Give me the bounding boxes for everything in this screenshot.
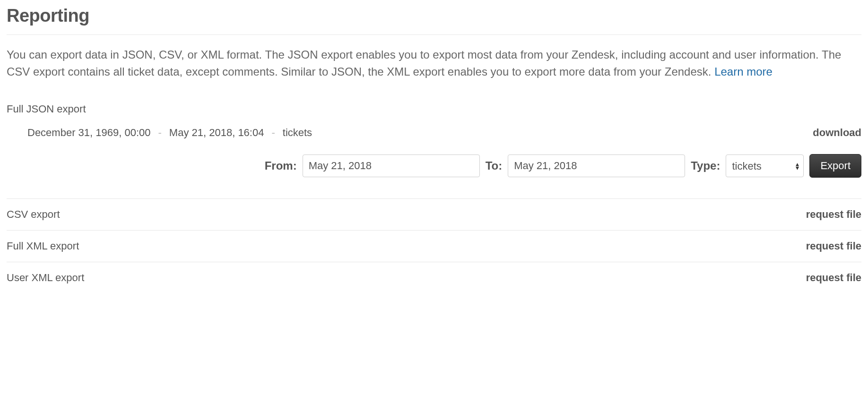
from-label: From: <box>265 159 297 172</box>
user-xml-export-label: User XML export <box>7 272 84 284</box>
full-xml-request-file-link[interactable]: request file <box>806 240 861 252</box>
csv-export-label: CSV export <box>7 208 60 221</box>
range-separator-icon: - <box>271 127 275 139</box>
csv-request-file-link[interactable]: request file <box>806 208 861 221</box>
export-button[interactable]: Export <box>809 154 861 178</box>
download-link[interactable]: download <box>813 127 861 139</box>
csv-export-row: CSV export request file <box>7 199 861 230</box>
learn-more-link[interactable]: Learn more <box>714 65 773 78</box>
range-separator-icon: - <box>158 127 162 139</box>
range-type: tickets <box>283 127 312 139</box>
type-label: Type: <box>691 159 720 172</box>
to-date-input[interactable] <box>508 155 685 177</box>
intro-paragraph: You can export data in JSON, CSV, or XML… <box>7 46 861 80</box>
full-json-export-label: Full JSON export <box>7 103 861 115</box>
to-label: To: <box>486 159 503 172</box>
json-export-range-row: December 31, 1969, 00:00 - May 21, 2018,… <box>7 127 861 154</box>
user-xml-request-file-link[interactable]: request file <box>806 272 861 284</box>
page-title: Reporting <box>7 6 861 26</box>
user-xml-export-row: User XML export request file <box>7 262 861 293</box>
divider <box>7 34 861 35</box>
full-xml-export-row: Full XML export request file <box>7 231 861 262</box>
range-end: May 21, 2018, 16:04 <box>169 127 264 139</box>
type-select[interactable]: tickets <box>726 155 804 177</box>
export-form-row: From: To: Type: tickets ▴▾ Export <box>7 154 861 198</box>
json-export-range: December 31, 1969, 00:00 - May 21, 2018,… <box>27 127 312 139</box>
from-date-input[interactable] <box>303 155 480 177</box>
full-xml-export-label: Full XML export <box>7 240 79 252</box>
range-start: December 31, 1969, 00:00 <box>27 127 151 139</box>
